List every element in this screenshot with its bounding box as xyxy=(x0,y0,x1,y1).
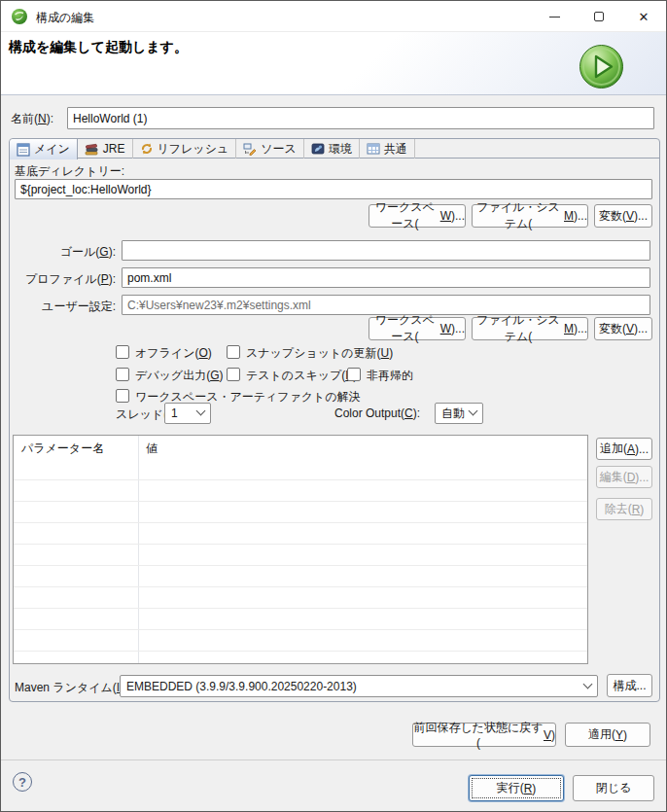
title-bar: 構成の編集 ✕ xyxy=(1,1,666,32)
tab-main[interactable]: メイン xyxy=(10,139,78,159)
remove-button[interactable]: 除去(R) xyxy=(596,498,652,520)
file-system-button-1[interactable]: ファイル・システム(M)... xyxy=(472,204,588,228)
tab-common[interactable]: 共通 xyxy=(360,139,415,159)
offline-label: オフライン(O) xyxy=(135,345,212,362)
variables-button-2[interactable]: 変数(V)... xyxy=(594,317,652,340)
color-output-label: Color Output(C): xyxy=(334,406,420,420)
color-output-combo[interactable]: 自動 xyxy=(435,403,483,424)
minimize-icon xyxy=(549,17,560,18)
header-message: 構成を編集して起動します。 xyxy=(9,39,188,56)
close-dialog-button[interactable]: 閉じる xyxy=(573,775,654,801)
tab-source[interactable]: ソース xyxy=(236,139,304,159)
close-button[interactable]: ✕ xyxy=(621,1,666,32)
tab-refresh-label: リフレッシュ xyxy=(158,141,229,158)
threads-combo[interactable]: 1 xyxy=(164,403,211,424)
maximize-button[interactable] xyxy=(577,1,621,32)
user-settings-label: ユーザー設定: xyxy=(11,299,116,315)
revert-button[interactable]: 前回保存した状態に戻す(V) xyxy=(412,723,556,747)
workspace-button-2[interactable]: ワークスペース(W)... xyxy=(369,317,466,340)
non-recursive-checkbox[interactable] xyxy=(347,368,361,381)
help-icon: ? xyxy=(18,775,26,790)
run-play-icon xyxy=(579,44,624,89)
workspace-button-1[interactable]: ワークスペース(W)... xyxy=(369,204,466,228)
footer-separator xyxy=(1,759,666,760)
tab-jre[interactable]: JRE xyxy=(78,139,133,159)
skip-tests-label: テストのスキップ(K) xyxy=(246,368,357,384)
base-dir-input[interactable] xyxy=(15,179,652,199)
debug-output-label: デバッグ出力(G) xyxy=(135,368,223,384)
configure-button[interactable]: 構成... xyxy=(607,674,652,697)
tab-environment[interactable]: 環境 xyxy=(304,139,360,159)
base-dir-label: 基底ディレクトリー: xyxy=(15,163,124,180)
update-snapshots-checkbox[interactable] xyxy=(227,345,240,359)
run-button[interactable]: 実行(R) xyxy=(469,775,564,801)
tab-strip: メイン JRE リフレッシュ xyxy=(10,139,659,159)
tab-jre-label: JRE xyxy=(103,142,125,156)
update-snapshots-label: スナップショットの更新(U) xyxy=(246,345,393,362)
close-icon: ✕ xyxy=(639,11,649,23)
help-button[interactable]: ? xyxy=(13,772,32,792)
skip-tests-checkbox[interactable] xyxy=(227,368,240,381)
name-input[interactable] xyxy=(67,107,654,129)
threads-value: 1 xyxy=(171,406,178,420)
maven-runtime-value: EMBEDDED (3.9.9/3.9.900.20250220-2013) xyxy=(126,680,357,693)
minimize-button[interactable] xyxy=(532,1,577,32)
main-tab-icon xyxy=(17,143,30,157)
maven-runtime-label: Maven ランタイム(I): xyxy=(15,680,126,696)
parameter-table-body[interactable] xyxy=(14,459,587,664)
goal-label: ゴール(G): xyxy=(11,244,116,261)
launch-config-icon xyxy=(11,8,28,25)
chevron-down-icon xyxy=(196,406,206,416)
maximize-icon xyxy=(594,12,604,21)
window-title: 構成の編集 xyxy=(36,10,94,26)
name-label: 名前(N): xyxy=(11,111,53,127)
chevron-down-icon xyxy=(469,406,478,416)
add-button[interactable]: 追加(A)... xyxy=(596,438,652,460)
tab-environment-label: 環境 xyxy=(329,141,352,158)
environment-tab-icon xyxy=(311,142,325,156)
edit-button[interactable]: 編集(D)... xyxy=(596,466,652,488)
source-tab-icon xyxy=(243,142,257,156)
tab-main-label: メイン xyxy=(34,141,70,158)
offline-checkbox[interactable] xyxy=(116,345,129,359)
jre-tab-icon xyxy=(85,142,99,156)
maven-runtime-combo[interactable]: EMBEDDED (3.9.9/3.9.900.20250220-2013) xyxy=(120,675,598,697)
tab-source-label: ソース xyxy=(261,141,297,158)
parameter-table[interactable]: パラメーター名 値 xyxy=(13,435,588,664)
resolve-workspace-artifacts-checkbox[interactable] xyxy=(116,389,129,403)
variables-button-1[interactable]: 変数(V)... xyxy=(594,204,652,228)
edit-configuration-dialog: 構成の編集 ✕ 構成を編集して起動します。 名前(N): xyxy=(0,0,667,812)
common-tab-icon xyxy=(367,142,380,156)
file-system-button-2[interactable]: ファイル・システム(M)... xyxy=(472,317,588,340)
goal-input[interactable] xyxy=(122,240,650,261)
apply-button[interactable]: 適用(Y) xyxy=(565,723,650,747)
column-header-value[interactable]: 値 xyxy=(146,441,158,457)
refresh-tab-icon xyxy=(140,142,154,156)
color-output-value: 自動 xyxy=(441,406,465,422)
debug-output-checkbox[interactable] xyxy=(116,368,129,381)
chevron-down-icon xyxy=(583,679,593,688)
tab-common-label: 共通 xyxy=(384,141,407,158)
non-recursive-label: 非再帰的 xyxy=(367,368,413,384)
header-banner: 構成を編集して起動します。 xyxy=(1,32,666,95)
tab-refresh[interactable]: リフレッシュ xyxy=(133,139,237,159)
profile-label: プロファイル(P): xyxy=(11,271,116,288)
profile-input[interactable] xyxy=(122,267,650,288)
column-header-name[interactable]: パラメーター名 xyxy=(21,441,104,457)
